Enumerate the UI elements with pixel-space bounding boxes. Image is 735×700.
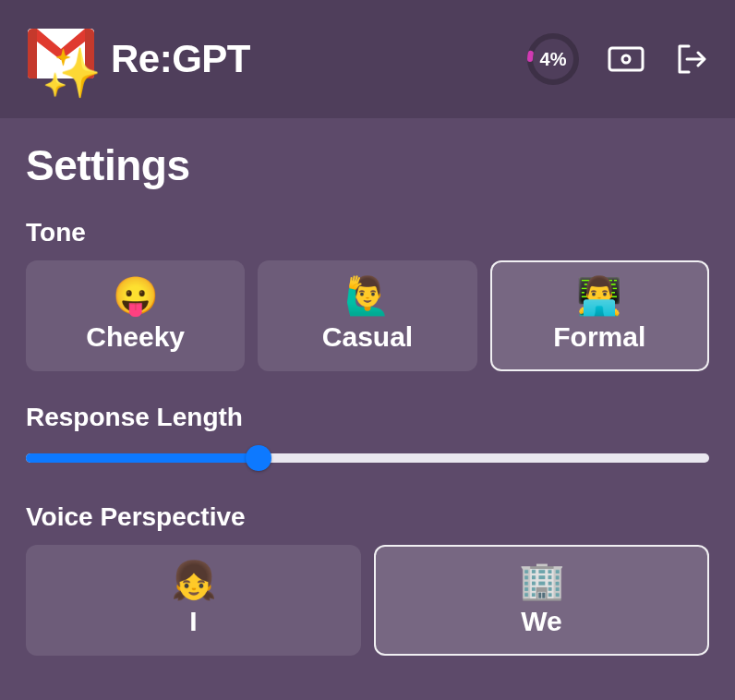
slider-track (26, 453, 709, 463)
usage-progress-label: 4% (526, 32, 580, 86)
header-actions: 4% (526, 32, 709, 86)
sparkle-icon: ✨ (42, 49, 102, 97)
tone-option-casual[interactable]: 🙋‍♂️ Casual (258, 260, 476, 371)
option-label: Cheeky (86, 321, 185, 353)
cash-icon (608, 46, 645, 72)
building-emoji-icon: 🏢 (519, 561, 565, 598)
settings-content: Settings Tone 😛 Cheeky 🙋‍♂️ Casual 👨‍💻 F… (0, 118, 735, 700)
slider-fill (26, 453, 259, 463)
voice-options: 👧 I 🏢 We (26, 545, 709, 656)
app-name: Re:GPT (111, 37, 250, 81)
cheeky-emoji-icon: 😛 (113, 277, 159, 314)
svg-rect-3 (609, 48, 643, 70)
app-header: ✨ Re:GPT 4% (0, 0, 735, 118)
formal-emoji-icon: 👨‍💻 (576, 277, 622, 314)
svg-point-4 (622, 55, 630, 63)
tone-options: 😛 Cheeky 🙋‍♂️ Casual 👨‍💻 Formal (26, 260, 709, 371)
option-label: Casual (322, 321, 413, 353)
person-emoji-icon: 👧 (171, 561, 217, 598)
option-label: Formal (553, 321, 645, 353)
voice-label: Voice Perspective (26, 502, 709, 532)
tone-option-cheeky[interactable]: 😛 Cheeky (26, 260, 245, 371)
tone-option-formal[interactable]: 👨‍💻 Formal (490, 260, 709, 371)
option-label: We (521, 606, 561, 637)
usage-progress[interactable]: 4% (526, 32, 580, 86)
page-title: Settings (26, 140, 709, 190)
voice-option-we[interactable]: 🏢 We (374, 545, 709, 656)
tone-label: Tone (26, 218, 709, 247)
app-logo-icon: ✨ (26, 23, 98, 95)
app-logo: ✨ Re:GPT (26, 23, 250, 95)
voice-option-i[interactable]: 👧 I (26, 545, 361, 656)
logout-button[interactable] (672, 44, 709, 74)
casual-emoji-icon: 🙋‍♂️ (344, 277, 391, 314)
option-label: I (189, 606, 197, 637)
slider-thumb[interactable] (246, 445, 271, 471)
logout-icon (674, 42, 707, 76)
response-length-label: Response Length (26, 403, 709, 432)
billing-button[interactable] (608, 44, 645, 74)
response-length-slider[interactable] (26, 445, 709, 471)
